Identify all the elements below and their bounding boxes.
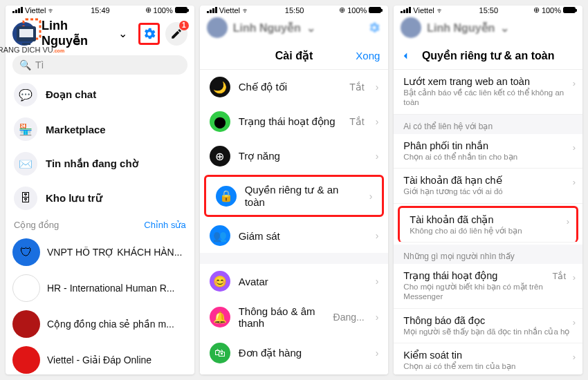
- chat-name: VNPT HỖ TRỢ KHÁCH HÀN...: [47, 247, 187, 258]
- signal-icon: [12, 7, 23, 13]
- clock-label: 15:49: [91, 6, 110, 15]
- done-button[interactable]: Xong: [356, 50, 380, 61]
- row-active-status[interactable]: ⬤ Trạng thái hoạt độngTắt›: [200, 104, 389, 139]
- compose-button[interactable]: 1: [165, 22, 187, 46]
- marketplace-icon: 🏪: [14, 117, 37, 141]
- supervision-icon: 👥: [210, 225, 230, 246]
- row-restricted-accounts[interactable]: Tài khoản đã hạn chếGiới hạn tương tác v…: [394, 169, 582, 203]
- accessibility-icon: ⊕: [210, 146, 230, 167]
- row-privacy-safety[interactable]: 🔒 Quyền riêng tư & an toàn›: [204, 175, 385, 217]
- requests-icon: ✉️: [14, 152, 37, 175]
- row-photos-media[interactable]: 🖼 Ảnh & file phương tiện›: [200, 370, 389, 374]
- row-avatar[interactable]: 😊 Avatar›: [200, 264, 389, 298]
- menu-message-requests[interactable]: ✉️ Tin nhắn đang chờ: [6, 146, 194, 181]
- battery-label: 100%: [154, 6, 173, 15]
- settings-sheet-header: Cài đặt Xong: [200, 42, 389, 70]
- row-blocked-accounts[interactable]: Tài khoản đã chặnKhông cho ai đó liên hệ…: [398, 206, 578, 243]
- chat-row[interactable]: 🛡VNPT HỖ TRỢ KHÁCH HÀN...: [6, 234, 194, 270]
- row-accessibility[interactable]: ⊕ Trợ năng›: [200, 139, 389, 173]
- screen-3-privacy: Viettelᯤ 15:50 ⊕100% Linh Nguyễn⌄ Quyền …: [394, 6, 582, 374]
- archive-icon: 🗄: [14, 187, 37, 210]
- chevron-down-icon: ⌄: [118, 27, 127, 40]
- gear-icon: [367, 21, 381, 35]
- avatar-icon: 😊: [210, 271, 230, 292]
- blurred-header: Linh Nguyễn⌄: [394, 15, 582, 41]
- chats-header: Linh Nguyễn ⌄ 1: [6, 15, 194, 53]
- moon-icon: 🌙: [210, 77, 230, 97]
- chat-row[interactable]: Cộng đồng chia sẻ phần m...: [6, 306, 194, 342]
- gear-icon: [142, 26, 157, 41]
- row-supervision[interactable]: 👥 Giám sát›: [200, 218, 389, 253]
- group-visibility: Những gì mọi người nhìn thấy: [394, 245, 582, 264]
- row-story-controls[interactable]: Kiểm soát tinChọn ai có thể xem tin của …: [394, 343, 582, 374]
- chat-name: Cộng đồng chia sẻ phần m...: [47, 319, 187, 330]
- chat-icon: 💬: [14, 83, 37, 106]
- blurred-header: Linh Nguyễn⌄: [200, 15, 389, 41]
- screen-1-chats: Viettel ᯤ 15:49 ⊕100% Linh Nguyễn ⌄ 1 🔍 …: [6, 6, 194, 374]
- chat-avatar: [12, 274, 40, 302]
- user-name[interactable]: Linh Nguyễn: [42, 19, 113, 48]
- edit-link[interactable]: Chỉnh sửa: [144, 220, 185, 230]
- lock-icon: 🔒: [216, 186, 237, 207]
- settings-title: Cài đặt: [275, 49, 313, 62]
- battery-icon: [175, 7, 187, 13]
- privacy-title: Quyền riêng tư & an toàn: [422, 49, 555, 62]
- back-button[interactable]: [399, 50, 412, 62]
- chat-name: Viettel - Giải Đáp Online: [47, 354, 187, 365]
- chat-avatar: 🛡: [12, 238, 40, 266]
- row-read-receipts[interactable]: Thông báo đã đọcMọi người sẽ thấy bạn đã…: [394, 309, 582, 343]
- screen-2-settings: Viettelᯤ 15:50 ⊕100% Linh Nguyễn⌄ Cài đặ…: [200, 6, 389, 374]
- search-icon: 🔍: [19, 59, 31, 70]
- chat-row[interactable]: HR - International Human R...: [6, 270, 194, 306]
- compose-badge: 1: [179, 21, 189, 30]
- row-message-delivery[interactable]: Phân phối tin nhắnChọn ai có thể nhắn ti…: [394, 134, 582, 169]
- row-notifications[interactable]: 🔔 Thông báo & âm thanhĐang...›: [200, 298, 389, 336]
- status-bar: Viettelᯤ 15:50 ⊕100%: [200, 6, 389, 15]
- group-contact: Ai có thể liên hệ với bạn: [394, 115, 582, 134]
- avatar[interactable]: [12, 22, 36, 46]
- wifi-icon: ᯤ: [48, 6, 55, 15]
- privacy-sheet-header: Quyền riêng tư & an toàn: [394, 42, 582, 70]
- menu-chat[interactable]: 💬 Đoạn chat: [6, 77, 194, 112]
- carrier-label: Viettel: [25, 6, 46, 15]
- chat-avatar: [12, 346, 40, 374]
- row-safe-browsing[interactable]: Lướt xem trang web an toànBật cảnh báo v…: [394, 70, 582, 115]
- settings-button[interactable]: [138, 23, 159, 45]
- row-dark-mode[interactable]: 🌙 Chế độ tốiTắt›: [200, 70, 389, 104]
- chat-name: HR - International Human R...: [47, 283, 187, 294]
- status-bar: Viettel ᯤ 15:49 ⊕100%: [6, 6, 194, 15]
- chevron-left-icon: [399, 50, 412, 62]
- menu-marketplace[interactable]: 🏪 Marketplace: [6, 112, 194, 146]
- bell-icon: 🔔: [210, 307, 230, 327]
- row-orders[interactable]: 🛍 Đơn đặt hàng›: [200, 336, 389, 370]
- search-placeholder: Tì: [35, 59, 44, 70]
- menu-archive[interactable]: 🗄 Kho lưu trữ: [6, 181, 194, 216]
- chat-row[interactable]: Viettel - Giải Đáp Online: [6, 342, 194, 374]
- bag-icon: 🛍: [210, 343, 230, 363]
- active-icon: ⬤: [210, 111, 230, 132]
- status-bar: Viettelᯤ 15:50 ⊕100%: [394, 6, 582, 15]
- chat-avatar: [12, 310, 40, 338]
- row-active-status[interactable]: Trạng thái hoạt độngCho mọi người biết k…: [394, 264, 582, 309]
- search-input[interactable]: 🔍 Tì: [12, 55, 187, 75]
- community-header: Cộng đồng Chỉnh sửa: [6, 216, 194, 234]
